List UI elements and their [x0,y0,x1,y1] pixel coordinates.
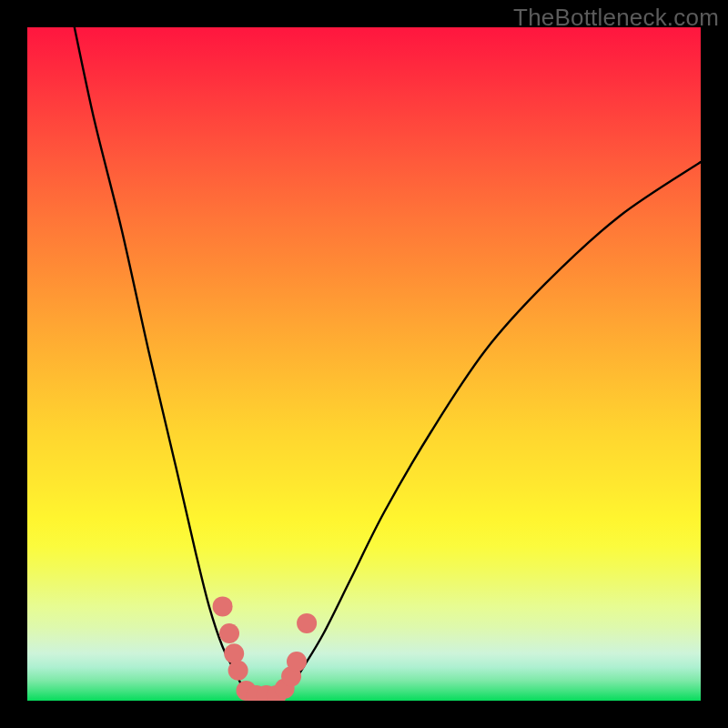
plot-area [27,27,701,701]
watermark-text: TheBottleneck.com [513,4,719,32]
data-marker [287,652,307,672]
data-marker [297,613,317,633]
data-marker [219,623,239,643]
data-marker [228,661,248,681]
data-marker [224,643,244,663]
data-marker [213,596,233,616]
marker-layer [27,27,701,701]
chart-frame: TheBottleneck.com [0,0,728,728]
